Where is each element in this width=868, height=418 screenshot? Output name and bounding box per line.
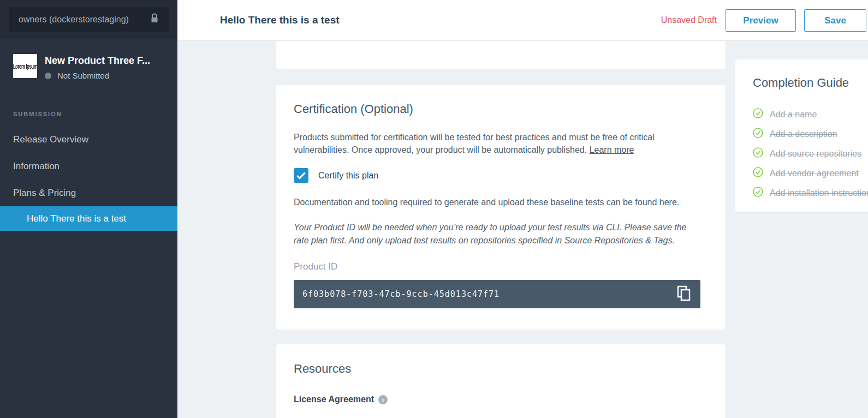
check-circle-icon bbox=[753, 128, 763, 140]
guide-item-add-vendor-agreement[interactable]: Add vendor agreement bbox=[753, 167, 868, 180]
certify-checkbox[interactable] bbox=[294, 168, 308, 183]
product-id-box: 6f03b078-f703-47cb-9ccb-45d013c47f71 bbox=[294, 280, 700, 308]
certification-heading: Certification (Optional) bbox=[294, 102, 708, 116]
product-avatar: Lorem Ipsum bbox=[13, 54, 37, 78]
docs-text-after: . bbox=[677, 198, 679, 207]
check-circle-icon bbox=[753, 187, 763, 199]
sidebar-item-active-plan[interactable]: Hello There this is a test bbox=[0, 206, 177, 231]
check-circle-icon bbox=[753, 108, 763, 121]
page-header: Hello There this is a test Unsaved Draft… bbox=[177, 0, 868, 41]
guide-item-label: Add vendor agreement bbox=[770, 169, 859, 178]
guide-item-label: Add a description bbox=[770, 129, 837, 139]
copy-button[interactable] bbox=[677, 285, 692, 302]
guide-item-add-installation-instructions[interactable]: Add installation instructions bbox=[753, 187, 868, 199]
here-link[interactable]: here bbox=[659, 198, 677, 207]
guide-item-add-description[interactable]: Add a description bbox=[753, 128, 868, 140]
docs-paragraph: Documentation and tooling required to ge… bbox=[294, 196, 700, 208]
guide-item-add-source-repositories[interactable]: Add source repositories bbox=[753, 147, 868, 160]
preview-button[interactable]: Preview bbox=[726, 9, 796, 32]
learn-more-link[interactable]: Learn more bbox=[590, 145, 634, 154]
completion-guide-card: Completion Guide Add a name Add a descri… bbox=[735, 59, 868, 213]
check-circle-icon bbox=[753, 167, 763, 180]
resources-card: Resources License Agreement i bbox=[276, 344, 726, 418]
product-meta: New Product Three F... Not Submitted bbox=[45, 54, 150, 94]
product-status: Not Submitted bbox=[45, 71, 150, 80]
page-title: Hello There this is a test bbox=[220, 14, 340, 26]
info-icon[interactable]: i bbox=[378, 395, 388, 404]
org-selector-label: owners (dockerstorestaging) bbox=[19, 15, 150, 25]
main-content: Certification (Optional) Products submit… bbox=[177, 41, 868, 418]
guide-item-label: Add source repositories bbox=[770, 149, 861, 159]
lock-icon bbox=[150, 13, 159, 26]
product-id-note: Your Product ID will be needed when you’… bbox=[294, 221, 700, 247]
certification-card: Certification (Optional) Products submit… bbox=[276, 84, 726, 330]
sidebar-item-release-overview[interactable]: Release Overview bbox=[0, 126, 177, 153]
status-dot-icon bbox=[45, 73, 51, 79]
sidebar: owners (dockerstorestaging) Lorem Ipsum … bbox=[0, 0, 177, 418]
certify-checkbox-label: Certify this plan bbox=[318, 171, 378, 181]
sidebar-item-information[interactable]: Information bbox=[0, 153, 177, 180]
save-button[interactable]: Save bbox=[804, 9, 866, 32]
sidebar-item-plans-pricing[interactable]: Plans & Pricing bbox=[0, 180, 177, 206]
completion-guide-title: Completion Guide bbox=[753, 76, 868, 90]
docs-text: Documentation and tooling required to ge… bbox=[294, 198, 659, 207]
product-summary: Lorem Ipsum New Product Three F... Not S… bbox=[0, 39, 177, 94]
check-circle-icon bbox=[753, 147, 763, 160]
product-avatar-text: Lorem Ipsum bbox=[13, 62, 37, 70]
nav-section-header: SUBMISSION bbox=[0, 102, 177, 126]
guide-item-label: Add a name bbox=[770, 110, 817, 120]
license-agreement-row: License Agreement i bbox=[294, 395, 708, 404]
product-id-value: 6f03b078-f703-47cb-9ccb-45d013c47f71 bbox=[302, 289, 500, 299]
org-selector[interactable]: owners (dockerstorestaging) bbox=[9, 7, 169, 32]
product-status-label: Not Submitted bbox=[57, 71, 109, 80]
license-agreement-label: License Agreement bbox=[294, 395, 374, 404]
previous-section-card bbox=[276, 41, 726, 69]
unsaved-draft-badge: Unsaved Draft bbox=[661, 15, 717, 25]
sidebar-nav: SUBMISSION Release Overview Information … bbox=[0, 94, 177, 231]
org-selector-bar: owners (dockerstorestaging) bbox=[0, 0, 177, 39]
guide-item-label: Add installation instructions bbox=[770, 188, 868, 198]
product-id-label: Product ID bbox=[294, 261, 708, 272]
resources-heading: Resources bbox=[294, 362, 708, 376]
guide-item-add-name[interactable]: Add a name bbox=[753, 108, 868, 121]
certification-description: Products submitted for certification wil… bbox=[294, 131, 700, 156]
certify-row: Certify this plan bbox=[294, 168, 708, 183]
product-name: New Product Three F... bbox=[45, 55, 150, 67]
